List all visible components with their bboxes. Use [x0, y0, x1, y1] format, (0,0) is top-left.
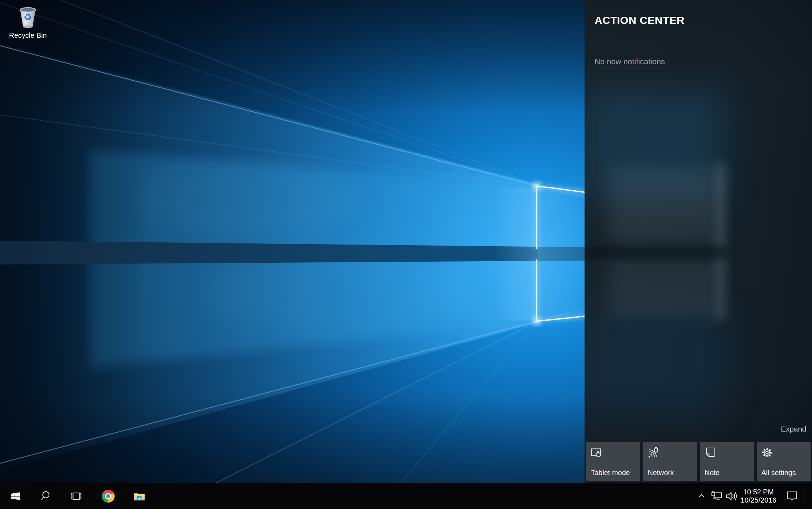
quick-action-label: Network [648, 469, 674, 477]
network-ethernet-icon [710, 490, 724, 502]
tray-hidden-icons-button[interactable] [694, 483, 709, 509]
desktop-surface[interactable]: ♻ Recycle Bin ACTION CENTER No new notif… [0, 0, 812, 509]
panel-glow [610, 168, 720, 245]
panel-glow [585, 89, 724, 203]
panel-glow [585, 307, 724, 414]
chevron-up-icon [697, 492, 706, 500]
quick-actions-row: Tablet mode Network [586, 442, 811, 481]
volume-speaker-icon [726, 490, 738, 502]
expand-link[interactable]: Expand [781, 425, 806, 433]
search-icon [40, 490, 52, 502]
task-view-icon [70, 490, 82, 502]
recycle-bin[interactable]: ♻ Recycle Bin [5, 4, 51, 40]
quick-action-tile-tablet-mode[interactable]: Tablet mode [586, 442, 640, 481]
clock-date: 10/25/2016 [741, 496, 776, 504]
action-center-title: ACTION CENTER [595, 14, 685, 26]
quick-action-label: Note [705, 469, 720, 477]
no-notifications-text: No new notifications [595, 57, 665, 66]
recycle-bin-icon: ♻ [16, 4, 40, 31]
svg-text:♻: ♻ [24, 11, 32, 22]
action-center-bubble-icon [786, 490, 798, 502]
task-view-button[interactable] [65, 483, 87, 509]
windows-logo-icon [10, 491, 21, 502]
tray-network-button[interactable] [709, 483, 725, 509]
panel-glow [716, 162, 725, 319]
note-icon [704, 447, 716, 459]
clock-time: 10:52 PM [743, 488, 774, 496]
panel-glow [610, 258, 720, 317]
tray-action-center-button[interactable] [784, 483, 800, 509]
file-explorer-button[interactable] [128, 483, 150, 509]
file-explorer-icon [132, 490, 146, 502]
action-center-panel: ACTION CENTER No new notifications Expan… [585, 0, 812, 483]
search-button[interactable] [35, 483, 57, 509]
chrome-icon [102, 490, 115, 503]
start-button[interactable] [4, 483, 26, 509]
settings-gear-icon [761, 447, 773, 459]
chrome-button[interactable] [97, 483, 119, 509]
quick-action-tile-network[interactable]: Network [643, 442, 697, 481]
quick-action-tile-note[interactable]: Note [700, 442, 754, 481]
show-desktop-divider[interactable] [804, 486, 805, 506]
taskbar: 10:52 PM 10/25/2016 [0, 483, 812, 509]
wifi-network-icon [647, 447, 660, 459]
quick-action-label: Tablet mode [591, 469, 630, 477]
tablet-mode-icon [591, 447, 603, 459]
tray-clock[interactable]: 10:52 PM 10/25/2016 [737, 483, 780, 509]
recycle-bin-label: Recycle Bin [9, 31, 47, 40]
quick-action-tile-all-settings[interactable]: All settings [757, 442, 811, 481]
panel-glow [585, 246, 727, 258]
quick-action-label: All settings [761, 469, 796, 477]
